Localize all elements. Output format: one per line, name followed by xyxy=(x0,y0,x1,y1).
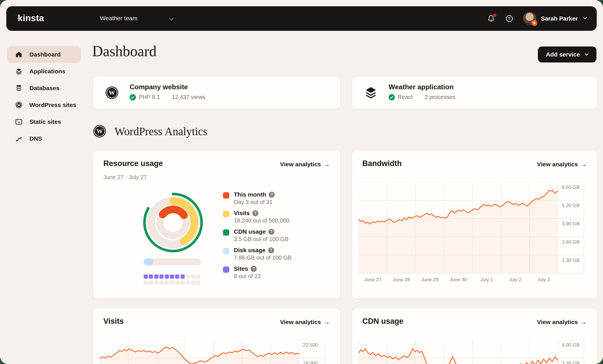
legend-swatch xyxy=(223,211,229,217)
team-selector[interactable]: Weather team xyxy=(100,15,138,22)
svg-text:W: W xyxy=(17,103,21,107)
svg-text:June 29: June 29 xyxy=(421,277,439,282)
site-dot-free xyxy=(180,280,185,285)
legend-entry-disk-usage: Disk usage?7.86 GB out of 100 GB xyxy=(223,247,292,261)
site-dot-free xyxy=(186,280,190,285)
kinsta-logo: kinsta xyxy=(18,13,44,23)
team-chevron-down-icon[interactable] xyxy=(168,16,175,24)
legend-entry-cdn-usage: CDN usage?3.5 GB out of 100 GB xyxy=(223,228,292,242)
svg-text:6.50 GB: 6.50 GB xyxy=(562,185,580,190)
legend-value: 18,240 out of 500,000 xyxy=(234,217,290,224)
legend-label: CDN usage xyxy=(234,228,266,235)
dashboard-page: kinsta Weather team ? Sarah Parker xyxy=(0,0,603,364)
static-icon xyxy=(15,118,23,126)
site-dot-free xyxy=(186,274,190,279)
sidebar-item-applications[interactable]: Applications xyxy=(7,63,81,80)
view-analytics-label: View analytics xyxy=(280,161,321,168)
user-avatar[interactable] xyxy=(523,12,536,25)
arrow-right-icon: → xyxy=(324,161,330,168)
add-service-chevron-icon xyxy=(584,52,590,57)
add-service-button[interactable]: Add service xyxy=(538,46,596,62)
cdn-usage-card: CDN usage View analytics → 4.00 GB3.20 G… xyxy=(352,308,597,364)
svg-text:18,000: 18,000 xyxy=(303,361,318,364)
resource-usage-legend: This month?Day 3 out of 31Visits?18,240 … xyxy=(223,191,292,280)
sidebar-item-wordpress-sites[interactable]: WWordPress sites xyxy=(7,97,81,113)
layers-icon xyxy=(364,86,378,101)
disk-usage-bar xyxy=(144,258,201,265)
svg-text:June 27: June 27 xyxy=(364,277,382,282)
wordpress-analytics-header: W WordPress Analytics xyxy=(93,124,207,138)
sidebar-item-label: Applications xyxy=(29,68,65,75)
site-dot-used xyxy=(175,274,179,279)
view-analytics-link[interactable]: View analytics → xyxy=(537,161,587,168)
card-title: Visits xyxy=(103,317,124,326)
wordpress-icon: W xyxy=(15,101,23,109)
site-dot-used xyxy=(159,274,164,279)
svg-text:W: W xyxy=(109,89,115,96)
database-icon xyxy=(15,84,23,92)
app-card-title: Company website xyxy=(130,83,188,91)
bandwidth-line-chart: 6.50 GB5.20 GB3.90 GB2.60 GB1.30 GBJune … xyxy=(359,182,584,286)
sidebar-item-label: Databases xyxy=(29,85,59,92)
sidebar-item-label: DNS xyxy=(29,135,42,142)
view-analytics-label: View analytics xyxy=(537,319,578,325)
visits-card: Visits View analytics → 22,50018,000 xyxy=(93,308,340,364)
legend-swatch xyxy=(223,248,229,254)
card-title: CDN usage xyxy=(362,317,403,326)
legend-swatch xyxy=(223,229,229,236)
site-dot-free xyxy=(144,280,148,285)
arrow-right-icon: → xyxy=(324,319,330,325)
legend-label: This month xyxy=(234,191,266,198)
user-name[interactable]: Sarah Parker xyxy=(541,15,578,22)
help-icon[interactable]: ? xyxy=(252,210,258,216)
dns-icon xyxy=(15,135,23,142)
svg-text:2.60 GB: 2.60 GB xyxy=(562,239,580,245)
site-dot-free xyxy=(175,280,179,285)
svg-text:W: W xyxy=(97,128,103,135)
legend-swatch xyxy=(223,266,229,273)
legend-entry-visits: Visits?18,240 out of 500,000 xyxy=(223,210,292,224)
view-analytics-link[interactable]: View analytics → xyxy=(537,319,587,325)
site-dot-used xyxy=(165,274,169,279)
site-dot-free xyxy=(196,274,200,279)
site-dot-free xyxy=(170,280,174,285)
app-processes-label: 2 processes xyxy=(425,94,455,100)
help-icon[interactable]: ? xyxy=(268,247,274,253)
notifications-bell-icon[interactable] xyxy=(485,12,497,25)
site-dot-used xyxy=(149,274,153,279)
sidebar-item-label: Dashboard xyxy=(29,51,61,58)
nav-right-cluster: ? Sarah Parker xyxy=(485,6,588,31)
site-dot-free xyxy=(159,280,164,285)
svg-text:July 1: July 1 xyxy=(480,277,493,282)
user-chevron-down-icon[interactable] xyxy=(582,15,588,22)
legend-value: 7.86 GB out of 100 GB xyxy=(234,254,292,261)
legend-swatch xyxy=(223,192,229,199)
section-title: WordPress Analytics xyxy=(114,125,207,138)
date-range: June 27 - July 27 xyxy=(103,174,147,181)
app-card-meta: PHP 8.1 12,437 views xyxy=(130,94,205,100)
site-dot-used xyxy=(154,274,158,279)
site-dot-used xyxy=(170,274,174,279)
resource-usage-card: Resource usage View analytics → June 27 … xyxy=(93,150,340,299)
notification-dot xyxy=(493,14,496,17)
sidebar-item-static-sites[interactable]: Static sites xyxy=(7,114,81,130)
help-icon[interactable]: ? xyxy=(268,229,274,235)
view-analytics-link[interactable]: View analytics → xyxy=(280,319,330,325)
svg-text:4.00 GB: 4.00 GB xyxy=(562,342,580,348)
app-card-weather-application[interactable]: Weather application React 2 processes xyxy=(352,76,597,109)
app-card-company-website[interactable]: W Company website PHP 8.1 12,437 views xyxy=(93,76,340,109)
site-dot-used xyxy=(180,274,185,279)
status-check-icon xyxy=(130,94,136,100)
wordpress-icon: W xyxy=(93,124,106,138)
sidebar-item-dashboard[interactable]: Dashboard xyxy=(7,46,81,63)
svg-text:June 30: June 30 xyxy=(450,277,467,282)
help-icon[interactable]: ? xyxy=(269,192,275,198)
app-runtime-label: PHP 8.1 xyxy=(139,94,160,100)
sidebar-item-databases[interactable]: Databases xyxy=(7,80,81,96)
help-icon[interactable]: ? xyxy=(503,12,516,25)
help-icon[interactable]: ? xyxy=(251,266,257,272)
view-analytics-link[interactable]: View analytics → xyxy=(280,161,330,168)
view-analytics-label: View analytics xyxy=(280,319,321,325)
app-views-label: 12,437 views xyxy=(172,94,205,100)
sidebar-item-dns[interactable]: DNS xyxy=(7,130,81,147)
